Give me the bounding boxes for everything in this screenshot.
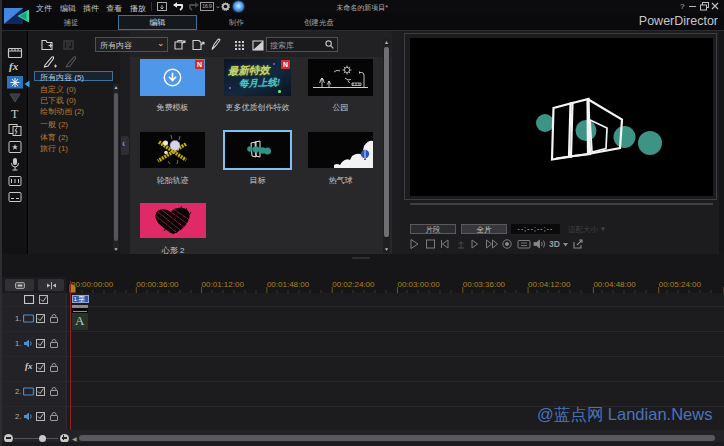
svg-text:fx: fx [9, 60, 19, 72]
svg-text:T: T [11, 107, 19, 121]
svg-text:3D: 3D [549, 239, 560, 249]
